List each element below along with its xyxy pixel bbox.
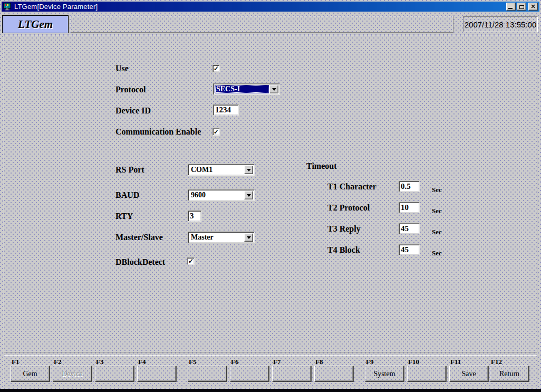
baud-value: 9600 bbox=[189, 191, 244, 199]
dblock-detect-label: DBlockDetect bbox=[115, 257, 165, 267]
rs-port-select[interactable]: COM1 bbox=[188, 164, 255, 176]
rs-port-label: RS Port bbox=[115, 165, 144, 175]
fbutton-f4[interactable] bbox=[137, 366, 176, 381]
baud-label: BAUD bbox=[115, 190, 139, 200]
t1-label: T1 Character bbox=[327, 182, 376, 192]
comm-enable-checkbox[interactable]: ✓ bbox=[212, 128, 220, 136]
close-icon: ✕ bbox=[530, 4, 535, 9]
t3-input[interactable] bbox=[399, 223, 420, 234]
fkey-label-f4: F4 bbox=[137, 358, 176, 366]
rs-port-value: COM1 bbox=[189, 166, 244, 174]
check-icon: ✓ bbox=[214, 129, 219, 135]
use-checkbox[interactable]: ✓ bbox=[212, 65, 220, 72]
master-slave-label: Master/Slave bbox=[115, 233, 163, 242]
fkey-label-f5: F5 bbox=[188, 358, 227, 366]
protocol-select[interactable]: SECS-I bbox=[213, 83, 280, 95]
protocol-dropdown-button[interactable] bbox=[269, 85, 278, 93]
fkey-label-f7: F7 bbox=[272, 358, 311, 366]
datetime-panel: 2007/11/28 13:55:00 bbox=[463, 16, 538, 32]
minimize-button[interactable] bbox=[506, 3, 516, 11]
baud-dropdown-button[interactable] bbox=[244, 191, 253, 199]
check-icon: ✓ bbox=[188, 259, 194, 264]
t1-unit: Sec bbox=[432, 185, 442, 195]
fbutton-system[interactable]: System bbox=[365, 366, 404, 381]
ltgem-logo[interactable]: LTGem bbox=[2, 15, 69, 33]
baud-select[interactable]: 9600 bbox=[188, 189, 255, 201]
device-id-label: Device ID bbox=[115, 106, 151, 116]
dropdown-arrow-icon bbox=[247, 194, 251, 197]
device-id-input[interactable] bbox=[213, 104, 239, 116]
fbutton-device: Device bbox=[53, 366, 92, 381]
datetime-text: 2007/11/28 13:55:00 bbox=[465, 20, 537, 29]
fkey-label-f8: F8 bbox=[314, 358, 353, 366]
master-slave-select[interactable]: Master bbox=[188, 232, 255, 243]
fkey-label-f12: F12 bbox=[490, 358, 529, 366]
maximize-icon bbox=[519, 5, 524, 9]
fkey-label-f6: F6 bbox=[230, 358, 269, 366]
fbutton-f8[interactable] bbox=[314, 366, 353, 381]
t3-unit: Sec bbox=[432, 227, 442, 237]
t2-label: T2 Protocol bbox=[327, 203, 370, 213]
fkey-label-f10: F10 bbox=[407, 358, 446, 366]
fkey-label-f11: F11 bbox=[449, 358, 488, 366]
fkey-label-f9: F9 bbox=[365, 358, 404, 366]
t2-input[interactable] bbox=[399, 202, 420, 213]
minimize-icon bbox=[508, 8, 513, 9]
dropdown-arrow-icon bbox=[272, 88, 276, 91]
t2-unit: Sec bbox=[432, 206, 442, 216]
t3-label: T3 Reply bbox=[327, 224, 361, 234]
t4-input[interactable] bbox=[399, 244, 420, 255]
rty-input[interactable] bbox=[188, 211, 201, 222]
protocol-value: SECS-I bbox=[215, 85, 269, 93]
comm-enable-label: Communication Enable bbox=[115, 127, 201, 137]
fbutton-f10[interactable] bbox=[407, 366, 446, 381]
app-icon bbox=[3, 3, 12, 11]
fbutton-f7[interactable] bbox=[272, 366, 311, 381]
dropdown-arrow-icon bbox=[247, 169, 251, 171]
fbutton-gem[interactable]: Gem bbox=[11, 366, 50, 381]
fbutton-save[interactable]: Save bbox=[449, 366, 488, 381]
fbutton-f5[interactable] bbox=[188, 366, 227, 381]
close-button[interactable]: ✕ bbox=[528, 3, 538, 11]
t1-input[interactable] bbox=[399, 181, 420, 192]
fbutton-return[interactable]: Return bbox=[490, 366, 529, 381]
master-slave-dropdown-button[interactable] bbox=[244, 233, 253, 242]
dblock-detect-checkbox[interactable]: ✓ bbox=[187, 257, 195, 265]
fkey-label-f2: F2 bbox=[53, 358, 92, 366]
maximize-button[interactable] bbox=[517, 3, 526, 11]
window-title: LTGem[Device Parameter] bbox=[14, 3, 98, 11]
fbutton-f3[interactable] bbox=[95, 366, 134, 381]
titlebar: LTGem[Device Parameter] ✕ bbox=[2, 2, 539, 12]
window-controls: ✕ bbox=[505, 3, 538, 11]
main-panel: Use ✓ Protocol SECS-I Device ID Communic… bbox=[4, 35, 537, 352]
t4-unit: Sec bbox=[432, 248, 442, 258]
fbutton-f6[interactable] bbox=[230, 366, 269, 381]
timeout-title: Timeout bbox=[306, 161, 336, 171]
fkey-label-f1: F1 bbox=[11, 358, 50, 366]
rty-label: RTY bbox=[115, 212, 133, 221]
dropdown-arrow-icon bbox=[247, 236, 251, 239]
bottom-strip bbox=[0, 389, 541, 392]
function-key-bar: F1 Gem F2 Device F3 F4 F5 F6 F7 F8 bbox=[4, 355, 537, 387]
use-label: Use bbox=[115, 64, 129, 73]
protocol-label: Protocol bbox=[115, 85, 146, 94]
fkey-label-f3: F3 bbox=[95, 358, 134, 366]
app-window: LTGem[Device Parameter] ✕ LTGem 2007/11/… bbox=[0, 0, 541, 389]
header-toolbar bbox=[71, 16, 453, 33]
rs-port-dropdown-button[interactable] bbox=[244, 166, 253, 174]
t4-label: T4 Block bbox=[327, 245, 360, 255]
master-slave-value: Master bbox=[189, 233, 244, 242]
check-icon: ✓ bbox=[214, 66, 219, 71]
